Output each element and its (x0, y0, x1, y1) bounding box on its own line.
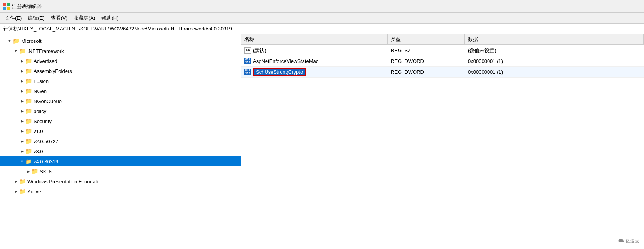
main-area: ▼ 📁 Microsoft ▼ 📁 .NETFramework ▶ 📁 Adv (0, 34, 644, 249)
node-label-microsoft: Microsoft (21, 38, 42, 44)
tree-node-activecmt[interactable]: ▶ 📁 Active... (0, 186, 241, 196)
expander-ngen[interactable]: ▶ (19, 88, 25, 94)
cell-name-aspnet: 011110 AspNetEnforceViewStateMac (241, 58, 388, 64)
cell-name-schuse: 011110 SchUseStrongCrypto (241, 68, 388, 76)
tree-node-v2_050727[interactable]: ▶ 📁 v2.0.50727 (0, 136, 241, 146)
folder-icon-activecmt: 📁 (19, 188, 26, 195)
folder-icon-skus: 📁 (31, 168, 38, 174)
cell-data-default: (数值未设置) (465, 47, 644, 54)
expander-microsoft[interactable]: ▼ (7, 38, 13, 44)
tree-node-netframework[interactable]: ▼ 📁 .NETFramework (0, 46, 241, 56)
expander-advertised[interactable]: ▶ (19, 58, 25, 64)
table-header: 名称 类型 数据 (241, 34, 644, 45)
tree-panel: ▼ 📁 Microsoft ▼ 📁 .NETFramework ▶ 📁 Adv (0, 34, 241, 249)
node-label-activecmt: Active... (27, 189, 45, 195)
folder-icon-v3_0: 📁 (25, 148, 32, 154)
entry-name-aspnet: AspNetEnforceViewStateMac (253, 58, 318, 64)
cloud-icon (618, 238, 624, 244)
node-label-v3_0: v3.0 (34, 149, 43, 154)
ab-icon: ab (244, 47, 251, 54)
tree-node-assemblyfolders[interactable]: ▶ 📁 AssemblyFolders (0, 66, 241, 76)
node-label-v1_0: v1.0 (34, 129, 43, 134)
expander-v1_0[interactable]: ▶ (19, 128, 25, 134)
tree-content[interactable]: ▼ 📁 Microsoft ▼ 📁 .NETFramework ▶ 📁 Adv (0, 34, 241, 249)
svg-rect-2 (3, 7, 6, 10)
col-header-data: 数据 (465, 34, 644, 44)
folder-icon-wpf: 📁 (19, 178, 26, 185)
expander-netframework[interactable]: ▼ (13, 48, 19, 54)
expander-v4_030319[interactable]: ▼ (19, 158, 25, 164)
tree-node-ngenqueue[interactable]: ▶ 📁 NGenQueue (0, 96, 241, 106)
tree-node-advertised[interactable]: ▶ 📁 Advertised (0, 56, 241, 66)
table-row-aspnet[interactable]: 011110 AspNetEnforceViewStateMac REG_DWO… (241, 56, 644, 67)
expander-security[interactable]: ▶ (19, 118, 25, 124)
menu-edit[interactable]: 编辑(E) (25, 13, 47, 23)
dword-icon-schuse: 011110 (244, 69, 251, 75)
regedit-icon (3, 3, 10, 10)
cell-name-default: ab (默认) (241, 47, 388, 54)
folder-icon-v2_050727: 📁 (25, 138, 32, 144)
folder-icon-microsoft: 📁 (13, 38, 20, 44)
expander-ngenqueue[interactable]: ▶ (19, 98, 25, 104)
node-label-ngen: NGen (34, 88, 47, 94)
table-row-schuse[interactable]: 011110 SchUseStrongCrypto REG_DWORD 0x00… (241, 67, 644, 78)
expander-v3_0[interactable]: ▶ (19, 148, 25, 154)
node-label-skus: SKUs (40, 169, 52, 174)
node-label-fusion: Fusion (34, 78, 49, 84)
tree-node-v1_0[interactable]: ▶ 📁 v1.0 (0, 126, 241, 136)
folder-icon-advertised: 📁 (25, 58, 32, 64)
expander-fusion[interactable]: ▶ (19, 78, 25, 84)
title-bar: 注册表编辑器 (0, 0, 644, 13)
tree-node-policy[interactable]: ▶ 📁 policy (0, 106, 241, 116)
cell-data-aspnet: 0x00000001 (1) (465, 58, 644, 64)
svg-rect-1 (7, 3, 10, 6)
expander-policy[interactable]: ▶ (19, 108, 25, 114)
dword-icon-aspnet: 011110 (244, 58, 251, 64)
tree-node-fusion[interactable]: ▶ 📁 Fusion (0, 76, 241, 86)
tree-node-v4_030319[interactable]: ▼ 📁 v4.0.30319 (0, 156, 241, 166)
entry-name-schuse: SchUseStrongCrypto (253, 68, 306, 76)
node-label-v2_050727: v2.0.50727 (34, 139, 58, 144)
folder-icon-policy: 📁 (25, 108, 32, 114)
folder-icon-netframework: 📁 (19, 48, 26, 54)
watermark-text: 亿速云 (626, 238, 639, 244)
folder-icon-ngen: 📁 (25, 88, 32, 94)
cell-type-schuse: REG_DWORD (388, 69, 465, 75)
breadcrumb-path: 计算机\HKEY_LOCAL_MACHINE\SOFTWARE\WOW6432N… (3, 25, 232, 32)
node-label-policy: policy (34, 108, 46, 114)
menu-help[interactable]: 帮助(H) (98, 13, 121, 23)
folder-icon-v4_030319: 📁 (25, 158, 32, 164)
col-header-name: 名称 (241, 34, 388, 44)
expander-v2_050727[interactable]: ▶ (19, 138, 25, 144)
tree-node-skus[interactable]: ▶ 📁 SKUs (0, 166, 241, 176)
table-row-default[interactable]: ab (默认) REG_SZ (数值未设置) (241, 45, 644, 56)
node-label-advertised: Advertised (34, 58, 57, 64)
tree-node-microsoft[interactable]: ▼ 📁 Microsoft (0, 36, 241, 46)
window-title: 注册表编辑器 (12, 3, 42, 10)
expander-activecmt[interactable]: ▶ (13, 188, 19, 195)
folder-icon-security: 📁 (25, 118, 32, 124)
tree-node-ngen[interactable]: ▶ 📁 NGen (0, 86, 241, 96)
tree-node-security[interactable]: ▶ 📁 Security (0, 116, 241, 126)
watermark: 亿速云 (618, 238, 639, 244)
expander-assemblyfolders[interactable]: ▶ (19, 68, 25, 74)
expander-skus[interactable]: ▶ (25, 168, 31, 174)
node-label-security: Security (34, 119, 52, 124)
breadcrumb: 计算机\HKEY_LOCAL_MACHINE\SOFTWARE\WOW6432N… (0, 24, 644, 34)
menu-favorites[interactable]: 收藏夹(A) (71, 13, 98, 23)
table-content[interactable]: ab (默认) REG_SZ (数值未设置) 011110 AspNetEnfo… (241, 45, 644, 249)
expander-wpf[interactable]: ▶ (13, 178, 19, 185)
node-label-assemblyfolders: AssemblyFolders (34, 68, 72, 74)
folder-icon-fusion: 📁 (25, 78, 32, 84)
cell-data-schuse: 0x00000001 (1) (465, 69, 644, 75)
col-header-type: 类型 (388, 34, 465, 44)
tree-node-wpf[interactable]: ▶ 📁 Windows Presentation Foundati (0, 176, 241, 186)
node-label-v4_030319: v4.0.30319 (34, 159, 58, 164)
registry-editor-window: 注册表编辑器 文件(E) 编辑(E) 查看(V) 收藏夹(A) 帮助(H) 计算… (0, 0, 644, 249)
folder-icon-assemblyfolders: 📁 (25, 68, 32, 74)
menu-view[interactable]: 查看(V) (48, 13, 71, 23)
menu-bar: 文件(E) 编辑(E) 查看(V) 收藏夹(A) 帮助(H) (0, 13, 644, 24)
tree-node-v3_0[interactable]: ▶ 📁 v3.0 (0, 146, 241, 156)
right-panel: 名称 类型 数据 ab (默认) REG_SZ (数值未设置) (241, 34, 644, 249)
menu-file[interactable]: 文件(E) (2, 13, 25, 23)
